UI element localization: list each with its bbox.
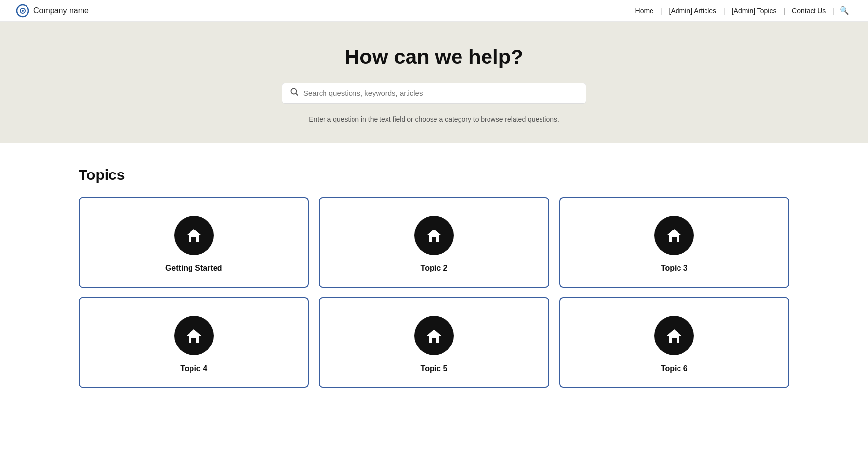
topic-card-topic-3[interactable]: Topic 3 bbox=[559, 197, 789, 288]
topic-card-topic-6[interactable]: Topic 6 bbox=[559, 297, 789, 388]
svg-line-4 bbox=[296, 93, 298, 96]
search-input[interactable] bbox=[303, 89, 578, 97]
brand-logo-icon bbox=[16, 4, 29, 18]
svg-rect-8 bbox=[432, 237, 436, 242]
topic-card-topic-5[interactable]: Topic 5 bbox=[319, 297, 549, 388]
search-icon[interactable]: 🔍 bbox=[837, 6, 852, 15]
nav-admin-articles[interactable]: [Admin] Articles bbox=[664, 7, 721, 15]
svg-rect-6 bbox=[191, 237, 196, 242]
svg-rect-14 bbox=[432, 338, 436, 343]
search-hero-icon bbox=[290, 88, 298, 98]
topic-icon-topic-3 bbox=[654, 216, 694, 255]
topics-heading: Topics bbox=[79, 167, 789, 183]
topic-label-topic-4: Topic 4 bbox=[180, 364, 207, 373]
nav-sep-4: | bbox=[833, 7, 835, 15]
nav-admin-topics[interactable]: [Admin] Topics bbox=[727, 7, 782, 15]
topic-label-topic-6: Topic 6 bbox=[661, 364, 688, 373]
topic-label-topic-5: Topic 5 bbox=[421, 364, 448, 373]
topic-card-getting-started[interactable]: Getting Started bbox=[79, 197, 309, 288]
brand-name: Company name bbox=[33, 6, 89, 15]
search-bar bbox=[282, 83, 586, 104]
topic-icon-getting-started bbox=[174, 216, 214, 255]
topic-card-topic-4[interactable]: Topic 4 bbox=[79, 297, 309, 388]
nav-sep-1: | bbox=[660, 7, 662, 15]
nav-sep-2: | bbox=[723, 7, 725, 15]
svg-rect-12 bbox=[191, 338, 196, 343]
topic-icon-topic-6 bbox=[654, 316, 694, 355]
topics-section: Topics Getting Started Topic 2 Topic 3 bbox=[0, 143, 868, 417]
hero-section: How can we help? Enter a question in the… bbox=[0, 22, 868, 143]
topics-grid: Getting Started Topic 2 Topic 3 Topic 4 bbox=[79, 197, 789, 388]
hero-title: How can we help? bbox=[16, 45, 852, 69]
nav-links: Home | [Admin] Articles | [Admin] Topics… bbox=[630, 6, 852, 15]
topic-label-topic-3: Topic 3 bbox=[661, 264, 688, 273]
topic-card-topic-2[interactable]: Topic 2 bbox=[319, 197, 549, 288]
svg-rect-16 bbox=[672, 338, 677, 343]
navbar: Company name Home | [Admin] Articles | [… bbox=[0, 0, 868, 22]
brand: Company name bbox=[16, 4, 89, 18]
topic-icon-topic-5 bbox=[414, 316, 454, 355]
hero-subtitle: Enter a question in the text field or ch… bbox=[16, 115, 852, 123]
topic-icon-topic-2 bbox=[414, 216, 454, 255]
nav-home[interactable]: Home bbox=[630, 7, 658, 15]
svg-point-2 bbox=[22, 10, 24, 12]
topic-label-topic-2: Topic 2 bbox=[421, 264, 448, 273]
nav-contact-us[interactable]: Contact Us bbox=[787, 7, 831, 15]
topic-label-getting-started: Getting Started bbox=[165, 264, 222, 273]
svg-rect-10 bbox=[672, 237, 677, 242]
nav-sep-3: | bbox=[783, 7, 785, 15]
topic-icon-topic-4 bbox=[174, 316, 214, 355]
